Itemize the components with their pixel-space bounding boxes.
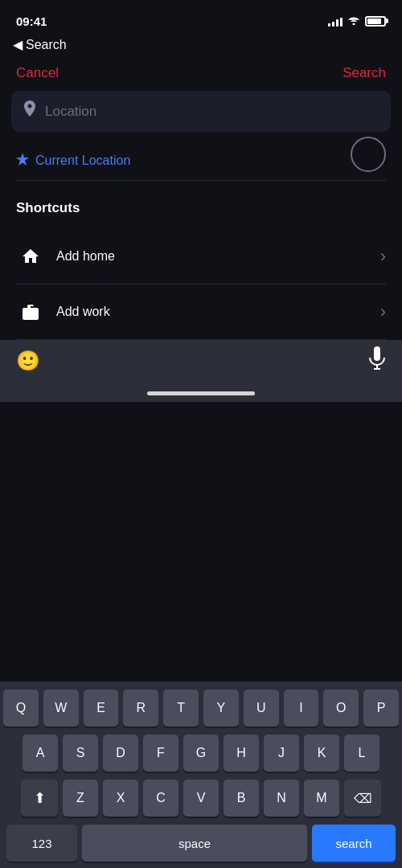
shortcut-add-work[interactable]: Add work › [16, 285, 386, 340]
key-f[interactable]: F [143, 735, 178, 772]
home-indicator-row [0, 391, 402, 402]
keyboard-row-3: ⬆ Z X C V B N M ⌫ [3, 780, 399, 817]
status-icons [328, 15, 386, 27]
key-g[interactable]: G [183, 735, 219, 772]
key-m[interactable]: M [304, 780, 339, 817]
key-r[interactable]: R [123, 690, 158, 727]
home-indicator [147, 391, 255, 395]
keyboard-row-2: A S D F G H J K L [3, 735, 399, 772]
key-p[interactable]: P [363, 690, 399, 727]
work-icon [16, 297, 45, 326]
key-v[interactable]: V [183, 780, 219, 817]
key-h[interactable]: H [224, 735, 259, 772]
shortcuts-title: Shortcuts [16, 200, 386, 216]
signal-icon [328, 15, 343, 27]
search-input-container[interactable] [11, 91, 391, 132]
key-l[interactable]: L [344, 735, 379, 772]
delete-key[interactable]: ⌫ [344, 780, 381, 817]
key-j[interactable]: J [264, 735, 299, 772]
key-k[interactable]: K [304, 735, 339, 772]
status-time: 09:41 [16, 14, 47, 28]
key-u[interactable]: U [244, 690, 279, 727]
work-chevron-icon: › [380, 301, 386, 322]
key-d[interactable]: D [103, 735, 138, 772]
key-i[interactable]: I [284, 690, 319, 727]
key-o[interactable]: O [323, 690, 359, 727]
current-location-arrow-icon [16, 153, 29, 169]
key-s[interactable]: S [63, 735, 98, 772]
current-location-button[interactable]: Current Location [0, 141, 402, 180]
keyboard-extra-row: 🙂 [0, 340, 402, 391]
svg-rect-0 [374, 346, 380, 361]
cancel-button[interactable]: Cancel [16, 65, 59, 81]
home-chevron-icon: › [380, 246, 386, 267]
location-pin-icon [23, 100, 37, 122]
key-e[interactable]: E [84, 690, 119, 727]
search-top-button[interactable]: Search [343, 65, 386, 81]
key-q[interactable]: Q [3, 690, 39, 727]
status-bar: 09:41 [0, 0, 402, 35]
search-action-key[interactable]: search [312, 825, 396, 862]
top-bar: Cancel Search [0, 59, 402, 91]
add-home-label: Add home [56, 249, 380, 264]
emoji-key[interactable]: 🙂 [16, 350, 40, 372]
home-icon [16, 242, 45, 271]
battery-icon [365, 16, 386, 27]
back-label: Search [26, 38, 67, 52]
key-y[interactable]: Y [203, 690, 239, 727]
add-work-label: Add work [56, 305, 380, 319]
key-n[interactable]: N [264, 780, 299, 817]
key-c[interactable]: C [143, 780, 178, 817]
shift-key[interactable]: ⬆ [21, 780, 58, 817]
keyboard: Q W E R T Y U I O P A S D F G H J K L ⬆ … [0, 682, 402, 868]
scroll-indicator [351, 137, 386, 172]
key-z[interactable]: Z [63, 780, 98, 817]
location-search-input[interactable] [45, 104, 379, 120]
key-t[interactable]: T [163, 690, 199, 727]
shortcut-add-home[interactable]: Add home › [16, 229, 386, 285]
shortcuts-section: Shortcuts Add home › Add work › [0, 181, 402, 340]
key-b[interactable]: B [224, 780, 259, 817]
space-key[interactable]: space [82, 825, 307, 862]
key-w[interactable]: W [43, 690, 79, 727]
key-x[interactable]: X [103, 780, 138, 817]
keyboard-row-1: Q W E R T Y U I O P [3, 690, 399, 727]
microphone-key[interactable] [368, 346, 386, 375]
current-location-label: Current Location [35, 154, 130, 168]
keyboard-bottom-row: 123 space search [3, 825, 399, 862]
key-a[interactable]: A [23, 735, 58, 772]
numbers-key[interactable]: 123 [6, 825, 77, 862]
wifi-icon [347, 15, 360, 27]
back-arrow-icon: ◀ [13, 37, 23, 52]
back-navigation[interactable]: ◀ Search [0, 35, 402, 59]
